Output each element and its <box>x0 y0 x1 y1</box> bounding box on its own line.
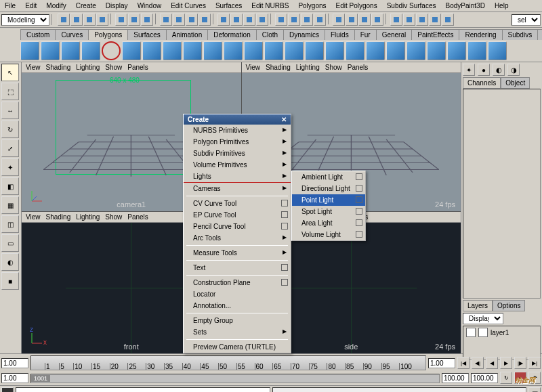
shelf-icon[interactable] <box>142 41 161 60</box>
tool-button[interactable]: ▦ <box>1 196 19 214</box>
shelf-icon[interactable] <box>81 41 100 60</box>
tab-channels[interactable]: Channels <box>463 77 501 89</box>
toolbar-button[interactable] <box>314 14 326 26</box>
option-box-icon[interactable] <box>356 208 362 215</box>
close-icon[interactable]: ✕ <box>281 116 287 123</box>
shelf-icon[interactable] <box>20 41 39 60</box>
menu-edit-curves[interactable]: Edit Curves <box>169 1 208 10</box>
vp-menu-lighting[interactable]: Lighting <box>296 64 320 71</box>
vp-menu-shading[interactable]: Shading <box>46 213 71 221</box>
toolbar-button[interactable] <box>243 14 255 26</box>
tool-button[interactable]: ◫ <box>1 215 19 233</box>
toolbar-button[interactable] <box>58 14 70 26</box>
menu-item-arc-tools[interactable]: Arc Tools <box>184 232 291 244</box>
shelf-icon[interactable] <box>61 41 80 60</box>
toolbar-button[interactable] <box>371 14 383 26</box>
shelf-tab-fur[interactable]: Fur <box>354 29 377 40</box>
toolbar-button[interactable] <box>141 14 153 26</box>
shelf-tab-curves[interactable]: Curves <box>55 29 89 40</box>
menu-item-locator[interactable]: Locator <box>184 288 291 300</box>
sel-dropdown[interactable]: sel <box>512 14 541 26</box>
vp-menu-show[interactable]: Show <box>325 64 342 71</box>
menu-item-annotation-[interactable]: Annotation... <box>184 300 291 311</box>
toolbar-button[interactable] <box>346 14 358 26</box>
right-panel-btn[interactable]: ◑ <box>507 64 520 76</box>
rewind-start-button[interactable]: |◀ <box>457 357 470 369</box>
layer-display-dropdown[interactable]: Display <box>463 313 503 324</box>
toolbar-button[interactable] <box>128 14 140 26</box>
range-slider[interactable]: 1001 <box>30 374 440 383</box>
shelf-icon[interactable] <box>163 41 182 60</box>
toolbar-button[interactable] <box>429 14 441 26</box>
menu-item-directional-light[interactable]: Directional Light <box>292 183 365 194</box>
menu-item-volume-light[interactable]: Volume Light <box>292 229 365 240</box>
option-box-icon[interactable] <box>281 211 288 218</box>
toolbar-button[interactable] <box>333 14 345 26</box>
menu-item-polygon-primitives[interactable]: Polygon Primitives <box>184 136 291 148</box>
toolbar-button[interactable] <box>358 14 371 26</box>
tool-button[interactable]: ◧ <box>1 177 19 195</box>
tab-options[interactable]: Options <box>493 300 525 311</box>
menu-item-pencil-curve-tool[interactable]: Pencil Curve Tool <box>184 221 291 232</box>
range-start-field[interactable] <box>1 373 28 383</box>
shelf-tab-custom[interactable]: Custom <box>20 29 56 40</box>
menu-item-spot-light[interactable]: Spot Light <box>292 206 365 217</box>
toolbar-button[interactable] <box>442 14 454 26</box>
tool-button[interactable]: ⤢ <box>1 139 19 157</box>
time-start-field[interactable] <box>1 358 28 368</box>
step-back-button[interactable]: ◀| <box>472 357 484 369</box>
shelf-icon[interactable] <box>346 41 364 60</box>
vp-menu-show[interactable]: Show <box>105 213 122 221</box>
menu-edit-polygons[interactable]: Edit Polygons <box>334 1 379 10</box>
shelf-icon[interactable] <box>122 41 141 60</box>
vp-menu-shading[interactable]: Shading <box>46 64 71 71</box>
menu-item-text[interactable]: Text <box>184 262 291 274</box>
shelf-tab-painteffects[interactable]: PaintEffects <box>411 29 459 40</box>
option-box-icon[interactable] <box>281 264 288 271</box>
toolbar-button[interactable] <box>199 14 211 26</box>
menu-subdiv-surfaces[interactable]: Subdiv Surfaces <box>385 1 438 10</box>
menu-display[interactable]: Display <box>104 1 130 10</box>
shelf-icon[interactable] <box>447 41 466 60</box>
shelf-tab-polygons[interactable]: Polygons <box>88 29 128 40</box>
vp-menu-panels[interactable]: Panels <box>127 64 148 71</box>
script-mel-button[interactable]: M <box>1 387 14 392</box>
vp-menu-view[interactable]: View <box>26 64 41 71</box>
shelf-tab-rendering[interactable]: Rendering <box>459 29 502 40</box>
menu-modify[interactable]: Modify <box>44 1 68 10</box>
toolbar-button[interactable] <box>301 14 313 26</box>
option-box-icon[interactable] <box>356 219 362 226</box>
menu-item-nurbs-primitives[interactable]: NURBS Primitives <box>184 125 291 136</box>
vp-menu-lighting[interactable]: Lighting <box>76 64 100 71</box>
shelf-tab-surfaces[interactable]: Surfaces <box>127 29 166 40</box>
vp-menu-lighting[interactable]: Lighting <box>76 213 100 221</box>
toolbar-button[interactable] <box>217 14 230 26</box>
toolbar-button[interactable] <box>416 14 428 26</box>
shelf-tab-fluids[interactable]: Fluids <box>325 29 355 40</box>
shelf-icon[interactable] <box>305 41 324 60</box>
toolbar-button[interactable] <box>70 14 83 26</box>
menu-item-subdiv-primitives[interactable]: Subdiv Primitives <box>184 148 291 159</box>
right-panel-btn[interactable]: ◐ <box>493 64 505 76</box>
shelf-tab-animation[interactable]: Animation <box>166 29 208 40</box>
timeline-ruler[interactable]: 1510152025303540455055606570758085909510… <box>30 355 426 370</box>
menu-item-measure-tools[interactable]: Measure Tools <box>184 247 291 259</box>
menu-edit-nurbs[interactable]: Edit NURBS <box>249 1 291 10</box>
shelf-icon[interactable] <box>224 41 243 60</box>
play-back-button[interactable]: ◀ <box>486 357 498 369</box>
shelf-icon[interactable] <box>427 41 446 60</box>
menu-item-point-light[interactable]: Point Light <box>292 194 365 206</box>
toolbar-button[interactable] <box>173 14 185 26</box>
shelf-icon[interactable] <box>366 41 385 60</box>
menu-item-sets[interactable]: Sets <box>184 326 291 338</box>
tool-button[interactable]: ◐ <box>1 253 19 271</box>
shelf-tab-general[interactable]: General <box>376 29 413 40</box>
toolbar-button[interactable] <box>83 14 96 26</box>
shelf-tab-radiantsquare[interactable]: RadiantSquare <box>537 29 542 40</box>
toolbar-button[interactable] <box>96 14 108 26</box>
layer-row[interactable]: layer1 <box>463 326 540 339</box>
menu-edit[interactable]: Edit <box>23 1 39 10</box>
vp-menu-panels[interactable]: Panels <box>127 213 148 221</box>
option-box-icon[interactable] <box>356 185 362 192</box>
toolbar-button[interactable] <box>256 14 268 26</box>
